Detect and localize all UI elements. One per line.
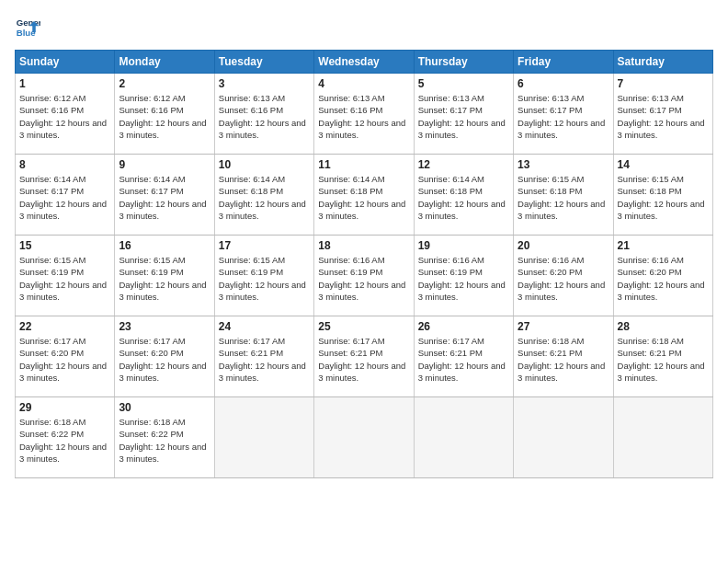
day-info: Sunrise: 6:14 AMSunset: 6:18 PMDaylight:… — [318, 173, 409, 222]
day-cell: 13Sunrise: 6:15 AMSunset: 6:18 PMDayligh… — [514, 155, 613, 236]
day-cell: 5Sunrise: 6:13 AMSunset: 6:17 PMDaylight… — [414, 74, 513, 155]
day-info: Sunrise: 6:18 AMSunset: 6:21 PMDaylight:… — [518, 335, 609, 384]
day-number: 29 — [19, 401, 110, 414]
day-info: Sunrise: 6:14 AMSunset: 6:17 PMDaylight:… — [19, 173, 110, 222]
day-cell: 20Sunrise: 6:16 AMSunset: 6:20 PMDayligh… — [514, 236, 613, 316]
day-cell: 19Sunrise: 6:16 AMSunset: 6:19 PMDayligh… — [414, 236, 513, 316]
day-number: 22 — [19, 320, 110, 333]
day-cell: 17Sunrise: 6:15 AMSunset: 6:19 PMDayligh… — [214, 236, 313, 316]
day-number: 8 — [19, 158, 110, 171]
day-cell — [214, 397, 313, 478]
day-cell: 8Sunrise: 6:14 AMSunset: 6:17 PMDaylight… — [16, 155, 115, 236]
week-row: 1Sunrise: 6:12 AMSunset: 6:16 PMDaylight… — [16, 74, 713, 155]
day-number: 19 — [418, 239, 509, 252]
logo-icon: General Blue — [15, 15, 40, 40]
day-info: Sunrise: 6:15 AMSunset: 6:19 PMDaylight:… — [119, 254, 210, 303]
day-header-tuesday: Tuesday — [214, 51, 313, 74]
week-row: 15Sunrise: 6:15 AMSunset: 6:19 PMDayligh… — [16, 236, 713, 316]
day-info: Sunrise: 6:14 AMSunset: 6:18 PMDaylight:… — [219, 173, 310, 222]
day-number: 21 — [618, 239, 709, 252]
svg-text:General: General — [17, 17, 40, 28]
day-number: 24 — [219, 320, 310, 333]
day-header-thursday: Thursday — [414, 51, 513, 74]
day-info: Sunrise: 6:13 AMSunset: 6:17 PMDaylight:… — [618, 92, 709, 141]
day-cell — [514, 397, 613, 478]
day-number: 17 — [219, 239, 310, 252]
day-info: Sunrise: 6:17 AMSunset: 6:21 PMDaylight:… — [318, 335, 409, 384]
day-cell: 1Sunrise: 6:12 AMSunset: 6:16 PMDaylight… — [16, 74, 115, 155]
day-info: Sunrise: 6:16 AMSunset: 6:19 PMDaylight:… — [418, 254, 509, 303]
day-cell: 27Sunrise: 6:18 AMSunset: 6:21 PMDayligh… — [514, 316, 613, 397]
day-cell: 28Sunrise: 6:18 AMSunset: 6:21 PMDayligh… — [613, 316, 712, 397]
day-number: 13 — [518, 158, 609, 171]
day-info: Sunrise: 6:15 AMSunset: 6:19 PMDaylight:… — [19, 254, 110, 303]
day-cell: 4Sunrise: 6:13 AMSunset: 6:16 PMDaylight… — [314, 74, 414, 155]
day-cell: 10Sunrise: 6:14 AMSunset: 6:18 PMDayligh… — [214, 155, 313, 236]
day-cell: 24Sunrise: 6:17 AMSunset: 6:21 PMDayligh… — [214, 316, 313, 397]
week-row: 8Sunrise: 6:14 AMSunset: 6:17 PMDaylight… — [16, 155, 713, 236]
day-number: 23 — [119, 320, 210, 333]
day-number: 4 — [318, 77, 409, 90]
day-info: Sunrise: 6:18 AMSunset: 6:21 PMDaylight:… — [618, 335, 709, 384]
week-row: 29Sunrise: 6:18 AMSunset: 6:22 PMDayligh… — [16, 397, 713, 478]
day-number: 20 — [518, 239, 609, 252]
day-cell: 15Sunrise: 6:15 AMSunset: 6:19 PMDayligh… — [16, 236, 115, 316]
day-number: 27 — [518, 320, 609, 333]
day-cell: 29Sunrise: 6:18 AMSunset: 6:22 PMDayligh… — [16, 397, 115, 478]
day-info: Sunrise: 6:17 AMSunset: 6:20 PMDaylight:… — [19, 335, 110, 384]
day-header-friday: Friday — [514, 51, 613, 74]
day-cell: 16Sunrise: 6:15 AMSunset: 6:19 PMDayligh… — [115, 236, 214, 316]
day-number: 30 — [119, 401, 210, 414]
day-info: Sunrise: 6:15 AMSunset: 6:18 PMDaylight:… — [618, 173, 709, 222]
day-number: 25 — [318, 320, 409, 333]
day-info: Sunrise: 6:12 AMSunset: 6:16 PMDaylight:… — [19, 92, 110, 141]
day-info: Sunrise: 6:17 AMSunset: 6:21 PMDaylight:… — [418, 335, 509, 384]
day-header-wednesday: Wednesday — [314, 51, 414, 74]
day-cell — [414, 397, 513, 478]
day-info: Sunrise: 6:16 AMSunset: 6:20 PMDaylight:… — [518, 254, 609, 303]
day-cell: 11Sunrise: 6:14 AMSunset: 6:18 PMDayligh… — [314, 155, 414, 236]
day-info: Sunrise: 6:13 AMSunset: 6:16 PMDaylight:… — [219, 92, 310, 141]
header-row: SundayMondayTuesdayWednesdayThursdayFrid… — [16, 51, 713, 74]
day-number: 15 — [19, 239, 110, 252]
day-info: Sunrise: 6:12 AMSunset: 6:16 PMDaylight:… — [119, 92, 210, 141]
day-info: Sunrise: 6:17 AMSunset: 6:21 PMDaylight:… — [219, 335, 310, 384]
day-number: 16 — [119, 239, 210, 252]
day-number: 26 — [418, 320, 509, 333]
day-number: 12 — [418, 158, 509, 171]
calendar-table: SundayMondayTuesdayWednesdayThursdayFrid… — [15, 50, 713, 478]
day-header-saturday: Saturday — [613, 51, 712, 74]
day-number: 7 — [618, 77, 709, 90]
day-number: 5 — [418, 77, 509, 90]
day-cell: 9Sunrise: 6:14 AMSunset: 6:17 PMDaylight… — [115, 155, 214, 236]
day-number: 14 — [618, 158, 709, 171]
day-number: 18 — [318, 239, 409, 252]
day-cell: 21Sunrise: 6:16 AMSunset: 6:20 PMDayligh… — [613, 236, 712, 316]
day-info: Sunrise: 6:13 AMSunset: 6:17 PMDaylight:… — [418, 92, 509, 141]
day-cell: 30Sunrise: 6:18 AMSunset: 6:22 PMDayligh… — [115, 397, 214, 478]
day-header-monday: Monday — [115, 51, 214, 74]
day-cell — [314, 397, 414, 478]
day-info: Sunrise: 6:17 AMSunset: 6:20 PMDaylight:… — [119, 335, 210, 384]
week-row: 22Sunrise: 6:17 AMSunset: 6:20 PMDayligh… — [16, 316, 713, 397]
day-info: Sunrise: 6:16 AMSunset: 6:20 PMDaylight:… — [618, 254, 709, 303]
day-number: 2 — [119, 77, 210, 90]
day-cell: 18Sunrise: 6:16 AMSunset: 6:19 PMDayligh… — [314, 236, 414, 316]
day-header-sunday: Sunday — [16, 51, 115, 74]
day-cell: 7Sunrise: 6:13 AMSunset: 6:17 PMDaylight… — [613, 74, 712, 155]
day-info: Sunrise: 6:14 AMSunset: 6:18 PMDaylight:… — [418, 173, 509, 222]
day-cell: 14Sunrise: 6:15 AMSunset: 6:18 PMDayligh… — [613, 155, 712, 236]
day-cell: 6Sunrise: 6:13 AMSunset: 6:17 PMDaylight… — [514, 74, 613, 155]
calendar-header: General Blue — [15, 15, 713, 40]
day-number: 1 — [19, 77, 110, 90]
day-info: Sunrise: 6:15 AMSunset: 6:18 PMDaylight:… — [518, 173, 609, 222]
day-number: 11 — [318, 158, 409, 171]
day-cell: 12Sunrise: 6:14 AMSunset: 6:18 PMDayligh… — [414, 155, 513, 236]
day-cell: 2Sunrise: 6:12 AMSunset: 6:16 PMDaylight… — [115, 74, 214, 155]
day-number: 28 — [618, 320, 709, 333]
day-cell: 23Sunrise: 6:17 AMSunset: 6:20 PMDayligh… — [115, 316, 214, 397]
day-info: Sunrise: 6:16 AMSunset: 6:19 PMDaylight:… — [318, 254, 409, 303]
day-number: 3 — [219, 77, 310, 90]
day-info: Sunrise: 6:13 AMSunset: 6:16 PMDaylight:… — [318, 92, 409, 141]
day-info: Sunrise: 6:14 AMSunset: 6:17 PMDaylight:… — [119, 173, 210, 222]
